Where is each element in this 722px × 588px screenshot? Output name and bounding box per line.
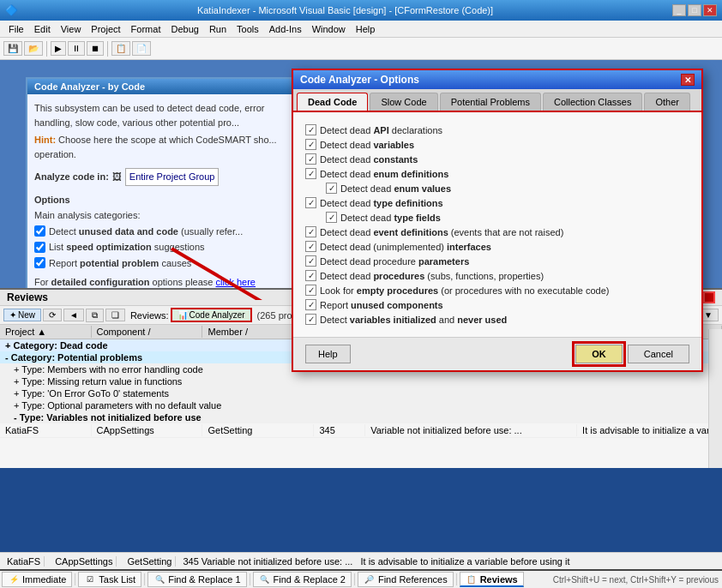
tab-collection-classes[interactable]: Collection Classes (543, 93, 642, 111)
toolbar-break[interactable]: ⏸ (68, 41, 85, 56)
menu-debug[interactable]: Debug (165, 24, 203, 34)
cb-vars-init[interactable] (305, 314, 316, 325)
bt-tasklist[interactable]: ☑ Task List (78, 572, 141, 587)
analyzer-icon: 📊 (177, 310, 188, 320)
scrollbar[interactable] (708, 329, 722, 468)
cb-constants[interactable] (305, 153, 316, 165)
option-7-text: Detect dead type fields (340, 213, 441, 223)
ca-ok-btn[interactable]: OK (575, 345, 623, 363)
toolbar-run[interactable]: ▶ (51, 41, 66, 56)
menu-view[interactable]: View (56, 24, 87, 34)
cb-procs[interactable] (305, 270, 316, 281)
click-here-link[interactable]: click here (216, 277, 256, 287)
bt-sep-2 (144, 573, 145, 585)
app-icon: 🔷 (5, 4, 18, 16)
bt-reviews[interactable]: 📋 Reviews (460, 572, 524, 587)
option-4-text: Detect dead enum definitions (320, 169, 448, 179)
option-row-7: Detect dead type fields (326, 212, 689, 223)
cb-1[interactable] (34, 225, 45, 237)
bt-find-replace-1[interactable]: 🔍 Find & Replace 1 (147, 572, 246, 587)
cb-unused-components[interactable] (305, 299, 316, 310)
toolbar-open[interactable]: 📂 (24, 41, 43, 56)
analyze-icon: 🖼 (112, 170, 122, 184)
cb-empty-procs[interactable] (305, 285, 316, 296)
shortcut-info: Ctrl+Shift+U = next, Ctrl+Shift+Y = prev… (553, 575, 719, 585)
option-row-11: Detect dead procedures (subs, functions,… (305, 270, 689, 281)
cb-params[interactable] (305, 255, 316, 267)
menu-project[interactable]: Project (86, 24, 125, 34)
menu-run[interactable]: Run (204, 24, 232, 34)
reviews-close-btn[interactable] (703, 291, 715, 303)
col-component[interactable]: Component / (92, 326, 203, 338)
bt-sep-4 (354, 573, 355, 585)
cb-vars[interactable] (305, 139, 316, 150)
type-missing-return[interactable]: + Type: Missing return value in function… (0, 375, 722, 387)
menu-format[interactable]: Format (126, 24, 166, 34)
cb-3[interactable] (34, 257, 45, 268)
tab-dead-code[interactable]: Dead Code (297, 93, 368, 111)
bt-immediate[interactable]: ⚡ Immediate (2, 572, 72, 587)
paste-icon: ❏ (111, 310, 119, 320)
type-on-error-goto[interactable]: + Type: 'On Error GoTo 0' statements (0, 387, 722, 399)
cell-project: KatiaFS (0, 424, 92, 436)
cell-line: 345 (314, 424, 365, 436)
cb-enum-vals[interactable] (326, 183, 337, 194)
type-optional-params[interactable]: + Type: Optional parameters with no defa… (0, 399, 722, 411)
cb-row-2: List speed optimization suggestions (34, 240, 300, 255)
toolbar-save[interactable]: 💾 (3, 41, 22, 56)
maximize-btn[interactable]: □ (688, 4, 701, 16)
back-btn[interactable]: ◄ (63, 309, 84, 321)
bt-find-references[interactable]: 🔎 Find References (358, 572, 454, 587)
minimize-btn[interactable]: _ (672, 4, 686, 16)
option-8-text: Detect dead event definitions (events th… (320, 227, 563, 237)
toolbar-module[interactable]: 📄 (132, 41, 151, 56)
cb-2[interactable] (34, 242, 45, 253)
cb-type-fields[interactable] (326, 212, 337, 223)
cell-component: CAppSettings (92, 424, 203, 436)
ca-cancel-btn[interactable]: Cancel (628, 345, 689, 363)
menu-tools[interactable]: Tools (232, 24, 264, 34)
main-area: Code Analyzer - by Code This subsystem c… (0, 60, 722, 300)
toolbar-form[interactable]: 📋 (111, 41, 130, 56)
option-row-6: Detect dead type definitions (305, 197, 689, 208)
code-analyzer-btn[interactable]: 📊 Code Analyzer (171, 308, 252, 322)
data-row-1[interactable]: KatiaFS CAppSettings GetSetting 345 Vari… (0, 423, 722, 438)
cb-enum-def[interactable] (305, 168, 316, 179)
ca-options-dialog: Code Analyzer - Options ✕ Dead Code Slow… (292, 69, 703, 372)
copy-icon: ⧉ (92, 310, 98, 321)
menu-help[interactable]: Help (351, 24, 381, 34)
close-btn[interactable]: ✕ (703, 4, 717, 16)
cb-row-3: Report potential problem causes (34, 256, 300, 271)
ca-description: This subsystem can be used to detect dea… (34, 101, 300, 129)
new-review-btn[interactable]: ✦ New (3, 309, 41, 321)
refresh-btn[interactable]: ⟳ (43, 309, 62, 321)
reviews-label: Reviews: (130, 310, 169, 321)
ca-help-btn[interactable]: Help (305, 345, 351, 363)
option-13-text: Report unused components (320, 300, 443, 310)
cell-resolution: It is advisable to initialize a variable… (577, 424, 722, 436)
menu-window[interactable]: Window (307, 24, 351, 34)
cb-type-def[interactable] (305, 197, 316, 208)
cb-api[interactable] (305, 124, 316, 135)
main-analysis-label: Main analysis categories: (34, 208, 300, 223)
menu-file[interactable]: File (3, 24, 29, 34)
cb-events[interactable] (305, 226, 316, 237)
window-controls: _ □ ✕ (672, 4, 717, 16)
tab-other[interactable]: Other (644, 93, 690, 111)
cb-interfaces[interactable] (305, 241, 316, 252)
tab-potential-problems[interactable]: Potential Problems (440, 93, 541, 111)
type-vars-not-init[interactable]: - Type: Variables not initialized before… (0, 411, 722, 423)
paste-btn[interactable]: ❏ (105, 309, 125, 321)
analyze-input[interactable]: Entire Project Group (125, 168, 220, 186)
toolbar-stop[interactable]: ⏹ (87, 41, 104, 56)
ca-options-close-btn[interactable]: ✕ (681, 74, 695, 86)
cb-2-label: List speed optimization suggestions (49, 240, 205, 255)
copy-btn[interactable]: ⧉ (86, 309, 104, 322)
option-row-1: Detect dead API declarations (305, 124, 689, 135)
tab-slow-code[interactable]: Slow Code (370, 93, 437, 111)
menu-edit[interactable]: Edit (29, 24, 56, 34)
col-project[interactable]: Project ▲ (0, 326, 92, 338)
bt-find-replace-2[interactable]: 🔍 Find & Replace 2 (253, 572, 352, 587)
cb-1-label: Detect unused data and code (usually ref… (49, 225, 243, 239)
menu-addins[interactable]: Add-Ins (264, 24, 307, 34)
